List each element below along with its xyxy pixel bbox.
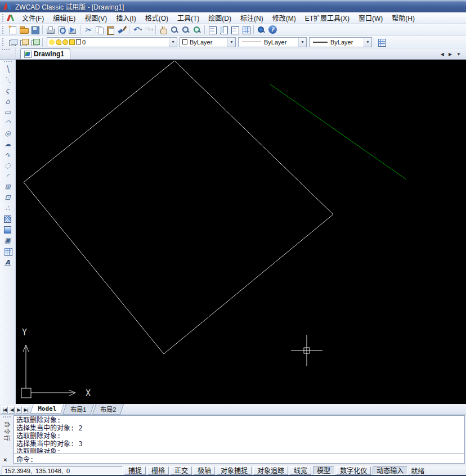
status-toggle[interactable]: 线宽 — [290, 466, 311, 475]
cut-button[interactable]: ✂ — [82, 24, 93, 35]
command-panel-grip[interactable] — [3, 416, 11, 418]
zoom-window-button[interactable] — [180, 24, 191, 35]
tab-nav-button[interactable]: ▼ — [455, 51, 463, 57]
status-toggle[interactable]: 栅格 — [147, 466, 169, 475]
print-button[interactable] — [44, 24, 56, 35]
circle-tool[interactable]: ◎ — [2, 129, 14, 138]
menu-item[interactable]: 文件(F) — [17, 14, 48, 24]
pan-button[interactable] — [158, 24, 169, 35]
ellipse-arc-tool[interactable]: ◜ — [2, 172, 14, 181]
hatch-tool[interactable] — [2, 214, 14, 224]
region-tool[interactable]: ▣ — [2, 236, 14, 245]
spline-tool[interactable]: ∿ — [2, 150, 14, 160]
menu-item[interactable]: 插入(I) — [111, 14, 140, 24]
model-space[interactable]: YX — [16, 60, 466, 404]
document-tab-drawing1[interactable]: Drawing1 — [20, 48, 70, 59]
linetype-dropdown-arrow[interactable]: ▾ — [298, 38, 306, 47]
layout-nav-button[interactable]: ▶ — [15, 406, 21, 414]
status-toggle[interactable]: 对象捕捉 — [217, 466, 252, 475]
linetype-select[interactable]: ByLayer ▾ — [238, 37, 307, 47]
mtext-tool[interactable]: A — [2, 257, 14, 267]
zoom-realtime-button[interactable] — [169, 24, 180, 35]
coordinate-readout[interactable]: 152.3949, 135.1048, 0 — [2, 466, 123, 475]
properties-palette-button[interactable] — [207, 24, 218, 35]
color-dropdown-arrow[interactable]: ▾ — [227, 38, 235, 47]
menu-item[interactable]: 帮助(H) — [387, 14, 419, 24]
help-button[interactable]: ? — [267, 24, 278, 35]
construction-line-tool[interactable]: ⋱ — [2, 75, 14, 85]
status-toggle[interactable]: 数字化仪 — [336, 466, 371, 475]
status-toggle[interactable]: 极轴 — [194, 466, 215, 475]
open-file-button[interactable] — [18, 24, 29, 35]
point-tool[interactable]: ∴ — [2, 204, 14, 213]
make-block-icon: ⊡ — [3, 194, 12, 202]
layout-tab[interactable]: 布局1 — [62, 404, 94, 415]
save-button[interactable] — [29, 24, 41, 35]
status-toggle[interactable]: 模型 — [313, 466, 334, 475]
menu-item[interactable]: 修改(M) — [268, 14, 301, 24]
ellipse-tool[interactable]: ◌ — [2, 161, 14, 170]
undo-button[interactable]: ↶▾ — [131, 24, 142, 35]
command-panel-close-button[interactable]: × — [3, 457, 7, 463]
layer-dropdown-arrow[interactable]: ▾ — [169, 38, 177, 47]
insert-block-tool[interactable]: ⊞ — [2, 182, 14, 192]
command-panel-gutter[interactable]: 命令行 × — [0, 415, 14, 465]
drawing-canvas[interactable]: YX — [16, 60, 466, 404]
tool-palettes-button[interactable] — [229, 24, 240, 35]
quickcalc-button[interactable] — [240, 24, 252, 35]
menu-item[interactable]: ET扩展工具(X) — [301, 14, 354, 24]
zoom-previous-button[interactable] — [191, 24, 203, 35]
layout-nav-button[interactable]: ◀ — [8, 406, 15, 414]
new-file-button[interactable] — [7, 24, 18, 35]
gradient-tool[interactable] — [2, 225, 14, 235]
layer-properties-button[interactable] — [7, 37, 18, 48]
line-tool[interactable]: ╲ — [2, 65, 14, 74]
lineweight-dropdown-arrow[interactable]: ▾ — [364, 38, 371, 47]
color-select[interactable]: ByLayer ▾ — [180, 37, 236, 47]
tab-nav-button[interactable]: ◀ — [439, 51, 446, 57]
status-toggle[interactable]: 捕捉 — [124, 466, 146, 475]
paste-button[interactable] — [105, 24, 116, 35]
layout-nav-button[interactable]: ▶| — [23, 406, 29, 414]
menu-item[interactable]: 视图(V) — [80, 14, 111, 24]
command-input[interactable]: 命令: — [14, 453, 465, 464]
tab-nav-button[interactable]: ▶ — [447, 51, 454, 57]
print-icon — [46, 25, 55, 34]
polygon-tool[interactable]: ⌂ — [2, 97, 14, 106]
toolbar-separator — [42, 38, 43, 47]
design-center-icon — [219, 25, 228, 34]
menu-item[interactable]: 编辑(E) — [48, 14, 80, 24]
redo-button[interactable]: ↷▾ — [142, 24, 154, 35]
revision-cloud-tool[interactable]: ☁ — [2, 140, 14, 149]
redo-icon: ↷ — [142, 25, 151, 34]
menu-item[interactable]: 格式(O) — [141, 14, 173, 24]
copy-button[interactable] — [93, 24, 105, 35]
plot-style-button[interactable] — [376, 37, 387, 48]
layout-nav-button[interactable]: |◀ — [1, 406, 8, 414]
publish-button[interactable] — [67, 24, 78, 35]
layout-tab[interactable]: Model — [30, 405, 64, 414]
rectangle-tool[interactable]: ▭ — [2, 107, 14, 117]
layout-tab[interactable]: 布局2 — [92, 404, 124, 415]
menu-item[interactable]: 绘图(D) — [204, 14, 236, 24]
menu-item[interactable]: 窗口(W) — [354, 14, 387, 24]
find-button[interactable] — [256, 24, 267, 35]
print-preview-button[interactable] — [56, 24, 67, 35]
menu-item[interactable]: 标注(N) — [236, 14, 268, 24]
arc-tool[interactable]: ◠ — [2, 118, 14, 128]
table-tool[interactable] — [2, 246, 14, 256]
design-center-button[interactable] — [218, 24, 229, 35]
polyline-tool[interactable]: ς — [2, 86, 14, 96]
command-history[interactable]: 选取删除对象:选择集当中的对象: 2选取删除对象:选择集当中的对象: 3选取删除… — [14, 415, 465, 453]
menu-item[interactable]: 工具(T) — [173, 14, 204, 24]
status-toggle[interactable]: 对象追踪 — [253, 466, 288, 475]
layer-select[interactable]: 0 ▾ — [47, 37, 177, 47]
match-properties-button[interactable] — [116, 24, 127, 35]
drawing-file-icon — [24, 51, 32, 58]
make-block-tool[interactable]: ⊡ — [2, 193, 14, 203]
layer-manager-button[interactable] — [18, 37, 29, 48]
layer-states-button[interactable] — [29, 37, 41, 48]
status-toggle[interactable]: 正交 — [171, 466, 192, 475]
status-toggle[interactable]: 动态输入 — [373, 466, 407, 475]
lineweight-select[interactable]: ByLayer ▾ — [309, 37, 372, 47]
